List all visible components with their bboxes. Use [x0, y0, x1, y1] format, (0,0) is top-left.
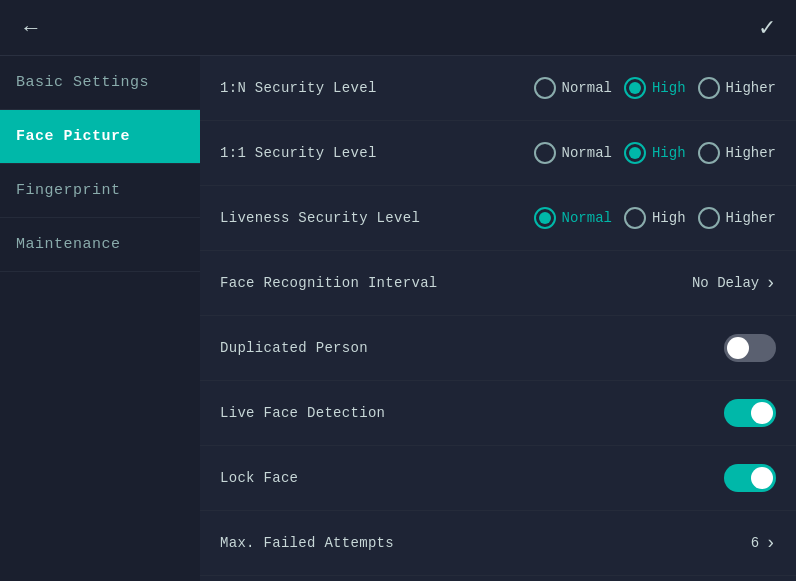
back-button[interactable]: ←	[20, 15, 42, 41]
radio-label-1n-security-higher: Higher	[726, 80, 776, 96]
row-controls-face-recognition-interval: No Delay›	[480, 273, 776, 293]
radio-label-11-security-higher: Higher	[726, 145, 776, 161]
header: ← ✓	[0, 0, 796, 56]
row-controls-lock-face	[480, 464, 776, 492]
value-chevron-max-failed-attempts[interactable]: 6›	[751, 533, 776, 553]
content-area: 1:N Security LevelNormalHighHigher1:1 Se…	[200, 56, 796, 581]
sidebar: Basic SettingsFace PictureFingerprintMai…	[0, 56, 200, 581]
main-layout: Basic SettingsFace PictureFingerprintMai…	[0, 56, 796, 581]
row-duplicated-person: Duplicated Person	[200, 316, 796, 381]
row-controls-duplicated-person	[480, 334, 776, 362]
radio-option-1n-security-high[interactable]: High	[624, 77, 686, 99]
radio-circle-liveness-security-normal	[534, 207, 556, 229]
radio-label-1n-security-normal: Normal	[562, 80, 612, 96]
radio-label-11-security-high: High	[652, 145, 686, 161]
row-label-face-recognition-interval: Face Recognition Interval	[220, 275, 480, 291]
radio-label-liveness-security-high: High	[652, 210, 686, 226]
radio-circle-11-security-high	[624, 142, 646, 164]
radio-label-1n-security-high: High	[652, 80, 686, 96]
radio-circle-liveness-security-high	[624, 207, 646, 229]
row-label-lock-face: Lock Face	[220, 470, 480, 486]
row-label-live-face-detection: Live Face Detection	[220, 405, 480, 421]
row-1n-security: 1:N Security LevelNormalHighHigher	[200, 56, 796, 121]
toggle-duplicated-person[interactable]	[724, 334, 776, 362]
chevron-right-icon: ›	[765, 273, 776, 293]
row-11-security: 1:1 Security LevelNormalHighHigher	[200, 121, 796, 186]
radio-circle-1n-security-normal	[534, 77, 556, 99]
radio-circle-1n-security-high	[624, 77, 646, 99]
row-controls-max-failed-attempts: 6›	[480, 533, 776, 553]
radio-option-11-security-high[interactable]: High	[624, 142, 686, 164]
row-face-recognition-interval: Face Recognition IntervalNo Delay›	[200, 251, 796, 316]
sidebar-item-maintenance[interactable]: Maintenance	[0, 218, 200, 272]
chevron-right-icon: ›	[765, 533, 776, 553]
row-label-max-failed-attempts: Max. Failed Attempts	[220, 535, 480, 551]
radio-label-11-security-normal: Normal	[562, 145, 612, 161]
toggle-knob-live-face-detection	[751, 402, 773, 424]
row-controls-1n-security: NormalHighHigher	[480, 77, 776, 99]
sidebar-item-fingerprint[interactable]: Fingerprint	[0, 164, 200, 218]
radio-option-11-security-normal[interactable]: Normal	[534, 142, 612, 164]
radio-label-liveness-security-higher: Higher	[726, 210, 776, 226]
radio-option-11-security-higher[interactable]: Higher	[698, 142, 776, 164]
radio-option-liveness-security-higher[interactable]: Higher	[698, 207, 776, 229]
value-text-max-failed-attempts: 6	[751, 535, 759, 551]
row-controls-live-face-detection	[480, 399, 776, 427]
confirm-button[interactable]: ✓	[758, 15, 776, 41]
radio-circle-1n-security-higher	[698, 77, 720, 99]
radio-circle-liveness-security-higher	[698, 207, 720, 229]
radio-option-1n-security-higher[interactable]: Higher	[698, 77, 776, 99]
value-chevron-face-recognition-interval[interactable]: No Delay›	[692, 273, 776, 293]
radio-label-liveness-security-normal: Normal	[562, 210, 612, 226]
sidebar-item-face-picture[interactable]: Face Picture	[0, 110, 200, 164]
row-lock-face: Lock Face	[200, 446, 796, 511]
toggle-knob-lock-face	[751, 467, 773, 489]
row-label-liveness-security: Liveness Security Level	[220, 210, 480, 226]
row-controls-11-security: NormalHighHigher	[480, 142, 776, 164]
row-liveness-security: Liveness Security LevelNormalHighHigher	[200, 186, 796, 251]
value-text-face-recognition-interval: No Delay	[692, 275, 759, 291]
radio-circle-11-security-higher	[698, 142, 720, 164]
toggle-knob-duplicated-person	[727, 337, 749, 359]
radio-circle-11-security-normal	[534, 142, 556, 164]
radio-option-liveness-security-high[interactable]: High	[624, 207, 686, 229]
row-controls-liveness-security: NormalHighHigher	[480, 207, 776, 229]
toggle-live-face-detection[interactable]	[724, 399, 776, 427]
radio-option-1n-security-normal[interactable]: Normal	[534, 77, 612, 99]
sidebar-item-basic-settings[interactable]: Basic Settings	[0, 56, 200, 110]
row-live-face-detection: Live Face Detection	[200, 381, 796, 446]
row-label-11-security: 1:1 Security Level	[220, 145, 480, 161]
row-label-duplicated-person: Duplicated Person	[220, 340, 480, 356]
toggle-lock-face[interactable]	[724, 464, 776, 492]
row-label-1n-security: 1:N Security Level	[220, 80, 480, 96]
radio-option-liveness-security-normal[interactable]: Normal	[534, 207, 612, 229]
row-max-failed-attempts: Max. Failed Attempts6›	[200, 511, 796, 576]
